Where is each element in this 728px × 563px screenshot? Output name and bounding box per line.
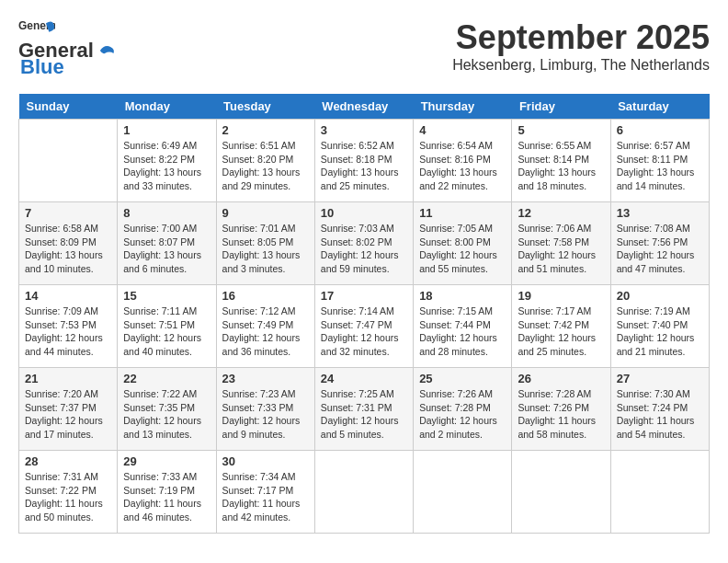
day-info: Sunrise: 7:12 AMSunset: 7:49 PMDaylight:… [222, 304, 309, 359]
day-number: 15 [123, 289, 210, 303]
week-row-1: 1Sunrise: 6:49 AMSunset: 8:22 PMDaylight… [19, 120, 710, 202]
day-info: Sunrise: 7:19 AMSunset: 7:40 PMDaylight:… [617, 304, 703, 359]
day-number: 27 [617, 372, 703, 385]
calendar-cell: 4Sunrise: 6:54 AMSunset: 8:16 PMDaylight… [414, 120, 512, 202]
logo: General General Blue [18, 18, 115, 79]
day-number: 13 [617, 206, 703, 220]
day-info: Sunrise: 7:15 AMSunset: 7:44 PMDaylight:… [419, 304, 506, 359]
calendar-cell: 23Sunrise: 7:23 AMSunset: 7:33 PMDayligh… [216, 368, 314, 451]
day-number: 19 [518, 289, 604, 303]
day-info: Sunrise: 7:34 AMSunset: 7:17 PMDaylight:… [222, 470, 309, 524]
day-info: Sunrise: 7:03 AMSunset: 8:02 PMDaylight:… [321, 222, 407, 276]
calendar-cell: 5Sunrise: 6:55 AMSunset: 8:14 PMDaylight… [512, 120, 610, 202]
day-info: Sunrise: 7:06 AMSunset: 7:58 PMDaylight:… [518, 222, 604, 276]
day-info: Sunrise: 7:08 AMSunset: 7:56 PMDaylight:… [617, 222, 703, 276]
logo-text-blue: Blue [20, 55, 64, 79]
calendar-cell: 17Sunrise: 7:14 AMSunset: 7:47 PMDayligh… [314, 285, 413, 368]
day-number: 10 [321, 206, 407, 220]
calendar-cell: 25Sunrise: 7:26 AMSunset: 7:28 PMDayligh… [414, 368, 512, 451]
title-block: September 2025 Heksenberg, Limburg, The … [452, 18, 710, 74]
week-row-4: 21Sunrise: 7:20 AMSunset: 7:37 PMDayligh… [19, 368, 710, 451]
day-number: 8 [123, 206, 210, 220]
day-info: Sunrise: 6:49 AMSunset: 8:22 PMDaylight:… [123, 139, 210, 193]
calendar-cell [19, 120, 118, 202]
calendar-cell: 30Sunrise: 7:34 AMSunset: 7:17 PMDayligh… [216, 451, 314, 534]
calendar-cell: 8Sunrise: 7:00 AMSunset: 8:07 PMDaylight… [118, 202, 216, 285]
day-info: Sunrise: 7:20 AMSunset: 7:37 PMDaylight:… [25, 387, 111, 442]
day-number: 7 [25, 206, 111, 220]
day-number: 20 [617, 289, 703, 303]
day-number: 18 [419, 289, 506, 303]
calendar-cell [610, 451, 709, 534]
day-number: 16 [222, 289, 309, 303]
column-header-tuesday: Tuesday [216, 94, 314, 120]
day-info: Sunrise: 7:17 AMSunset: 7:42 PMDaylight:… [518, 304, 604, 359]
calendar-cell: 16Sunrise: 7:12 AMSunset: 7:49 PMDayligh… [216, 285, 314, 368]
day-number: 30 [222, 454, 309, 468]
calendar-cell: 24Sunrise: 7:25 AMSunset: 7:31 PMDayligh… [314, 368, 413, 451]
day-info: Sunrise: 6:51 AMSunset: 8:20 PMDaylight:… [222, 139, 309, 193]
day-number: 11 [419, 206, 506, 220]
day-number: 6 [617, 123, 703, 137]
column-header-monday: Monday [118, 94, 216, 120]
day-info: Sunrise: 6:54 AMSunset: 8:16 PMDaylight:… [419, 139, 506, 193]
day-number: 17 [321, 289, 407, 303]
day-number: 26 [518, 372, 604, 385]
calendar-cell: 3Sunrise: 6:52 AMSunset: 8:18 PMDaylight… [314, 120, 413, 202]
calendar-cell: 2Sunrise: 6:51 AMSunset: 8:20 PMDaylight… [216, 120, 314, 202]
day-info: Sunrise: 7:28 AMSunset: 7:26 PMDaylight:… [518, 387, 604, 442]
calendar-cell: 19Sunrise: 7:17 AMSunset: 7:42 PMDayligh… [512, 285, 610, 368]
calendar-header-row: SundayMondayTuesdayWednesdayThursdayFrid… [19, 94, 710, 120]
week-row-5: 28Sunrise: 7:31 AMSunset: 7:22 PMDayligh… [19, 451, 710, 534]
calendar-cell: 22Sunrise: 7:22 AMSunset: 7:35 PMDayligh… [118, 368, 216, 451]
day-info: Sunrise: 7:00 AMSunset: 8:07 PMDaylight:… [123, 222, 210, 276]
day-number: 5 [518, 123, 604, 137]
day-number: 9 [222, 206, 309, 220]
day-number: 21 [25, 372, 111, 385]
week-row-2: 7Sunrise: 6:58 AMSunset: 8:09 PMDaylight… [19, 202, 710, 285]
calendar-cell [314, 451, 413, 534]
calendar-cell: 11Sunrise: 7:05 AMSunset: 8:00 PMDayligh… [414, 202, 512, 285]
day-info: Sunrise: 7:11 AMSunset: 7:51 PMDaylight:… [123, 304, 210, 359]
day-info: Sunrise: 7:09 AMSunset: 7:53 PMDaylight:… [25, 304, 111, 359]
column-header-thursday: Thursday [414, 94, 512, 120]
day-info: Sunrise: 7:26 AMSunset: 7:28 PMDaylight:… [419, 387, 506, 442]
day-number: 3 [321, 123, 407, 137]
day-info: Sunrise: 7:30 AMSunset: 7:24 PMDaylight:… [617, 387, 703, 442]
day-info: Sunrise: 7:25 AMSunset: 7:31 PMDaylight:… [321, 387, 407, 442]
day-number: 25 [419, 372, 506, 385]
day-number: 2 [222, 123, 309, 137]
calendar-cell: 21Sunrise: 7:20 AMSunset: 7:37 PMDayligh… [19, 368, 118, 451]
calendar-cell: 9Sunrise: 7:01 AMSunset: 8:05 PMDaylight… [216, 202, 314, 285]
calendar-cell: 13Sunrise: 7:08 AMSunset: 7:56 PMDayligh… [610, 202, 709, 285]
day-info: Sunrise: 7:23 AMSunset: 7:33 PMDaylight:… [222, 387, 309, 442]
calendar-table: SundayMondayTuesdayWednesdayThursdayFrid… [18, 94, 710, 534]
calendar-cell: 1Sunrise: 6:49 AMSunset: 8:22 PMDaylight… [118, 120, 216, 202]
column-header-saturday: Saturday [610, 94, 709, 120]
logo-icon: General [18, 18, 55, 37]
day-info: Sunrise: 7:05 AMSunset: 8:00 PMDaylight:… [419, 222, 506, 276]
day-number: 22 [123, 372, 210, 385]
day-info: Sunrise: 6:55 AMSunset: 8:14 PMDaylight:… [518, 139, 604, 193]
calendar-cell: 28Sunrise: 7:31 AMSunset: 7:22 PMDayligh… [19, 451, 118, 534]
day-info: Sunrise: 7:22 AMSunset: 7:35 PMDaylight:… [123, 387, 210, 442]
calendar-cell: 29Sunrise: 7:33 AMSunset: 7:19 PMDayligh… [118, 451, 216, 534]
location-title: Heksenberg, Limburg, The Netherlands [452, 57, 710, 74]
week-row-3: 14Sunrise: 7:09 AMSunset: 7:53 PMDayligh… [19, 285, 710, 368]
calendar-cell: 20Sunrise: 7:19 AMSunset: 7:40 PMDayligh… [610, 285, 709, 368]
logo-bird-icon [95, 40, 115, 61]
page-header: General General Blue September 2025 Heks… [18, 18, 710, 79]
calendar-cell: 27Sunrise: 7:30 AMSunset: 7:24 PMDayligh… [610, 368, 709, 451]
calendar-cell: 26Sunrise: 7:28 AMSunset: 7:26 PMDayligh… [512, 368, 610, 451]
column-header-friday: Friday [512, 94, 610, 120]
day-info: Sunrise: 7:01 AMSunset: 8:05 PMDaylight:… [222, 222, 309, 276]
day-number: 24 [321, 372, 407, 385]
calendar-cell [512, 451, 610, 534]
day-number: 23 [222, 372, 309, 385]
day-info: Sunrise: 6:52 AMSunset: 8:18 PMDaylight:… [321, 139, 407, 193]
day-info: Sunrise: 6:58 AMSunset: 8:09 PMDaylight:… [25, 222, 111, 276]
day-info: Sunrise: 6:57 AMSunset: 8:11 PMDaylight:… [617, 139, 703, 193]
day-number: 12 [518, 206, 604, 220]
day-info: Sunrise: 7:31 AMSunset: 7:22 PMDaylight:… [25, 470, 111, 524]
calendar-cell: 18Sunrise: 7:15 AMSunset: 7:44 PMDayligh… [414, 285, 512, 368]
